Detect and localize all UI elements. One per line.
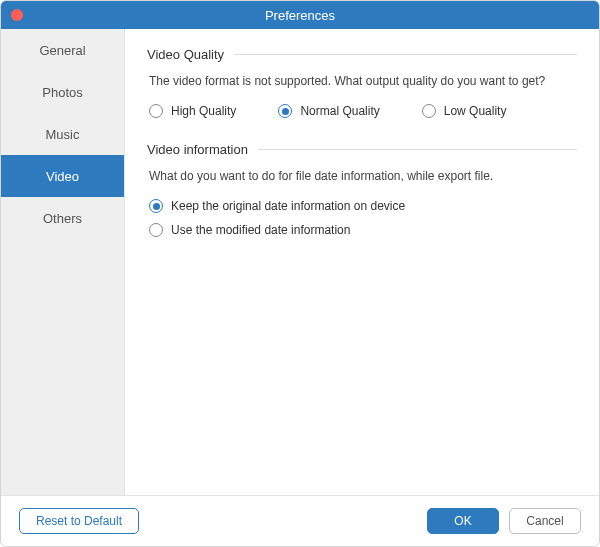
- sidebar-item-music[interactable]: Music: [1, 113, 124, 155]
- sidebar: General Photos Music Video Others: [1, 29, 125, 495]
- radio-icon: [422, 104, 436, 118]
- radio-icon: [149, 104, 163, 118]
- radio-label: Use the modified date information: [171, 223, 350, 237]
- sidebar-item-label: Others: [43, 211, 82, 226]
- section-description: What do you want to do for file date inf…: [149, 169, 577, 183]
- sidebar-item-label: Video: [46, 169, 79, 184]
- radio-low-quality[interactable]: Low Quality: [422, 104, 507, 118]
- radio-keep-original-date[interactable]: Keep the original date information on de…: [149, 199, 577, 213]
- section-video-quality: Video Quality The video format is not su…: [147, 47, 577, 118]
- close-window-button[interactable]: [11, 9, 23, 21]
- sidebar-item-photos[interactable]: Photos: [1, 71, 124, 113]
- footer: Reset to Default OK Cancel: [1, 495, 599, 546]
- radio-use-modified-date[interactable]: Use the modified date information: [149, 223, 577, 237]
- footer-right: OK Cancel: [427, 508, 581, 534]
- sidebar-item-general[interactable]: General: [1, 29, 124, 71]
- reset-to-default-button[interactable]: Reset to Default: [19, 508, 139, 534]
- radio-icon: [278, 104, 292, 118]
- titlebar: Preferences: [1, 1, 599, 29]
- section-divider: [234, 54, 577, 55]
- section-video-information: Video information What do you want to do…: [147, 142, 577, 237]
- radio-label: Low Quality: [444, 104, 507, 118]
- sidebar-item-label: General: [39, 43, 85, 58]
- cancel-button[interactable]: Cancel: [509, 508, 581, 534]
- radio-normal-quality[interactable]: Normal Quality: [278, 104, 379, 118]
- radio-high-quality[interactable]: High Quality: [149, 104, 236, 118]
- ok-button[interactable]: OK: [427, 508, 499, 534]
- radio-label: High Quality: [171, 104, 236, 118]
- radio-icon: [149, 223, 163, 237]
- section-description: The video format is not supported. What …: [149, 74, 577, 88]
- sidebar-item-others[interactable]: Others: [1, 197, 124, 239]
- preferences-window: Preferences General Photos Music Video O…: [0, 0, 600, 547]
- radio-label: Normal Quality: [300, 104, 379, 118]
- section-header: Video Quality: [147, 47, 577, 62]
- section-divider: [258, 149, 577, 150]
- content-pane: Video Quality The video format is not su…: [125, 29, 599, 495]
- radio-icon: [149, 199, 163, 213]
- video-quality-options: High Quality Normal Quality Low Quality: [149, 104, 577, 118]
- window-title: Preferences: [1, 8, 599, 23]
- sidebar-item-label: Photos: [42, 85, 82, 100]
- radio-label: Keep the original date information on de…: [171, 199, 405, 213]
- section-header: Video information: [147, 142, 577, 157]
- button-label: Cancel: [526, 514, 563, 528]
- section-title: Video Quality: [147, 47, 224, 62]
- radio-dot-icon: [153, 203, 160, 210]
- button-label: OK: [454, 514, 471, 528]
- button-label: Reset to Default: [36, 514, 122, 528]
- radio-dot-icon: [282, 108, 289, 115]
- window-body: General Photos Music Video Others Video …: [1, 29, 599, 495]
- section-title: Video information: [147, 142, 248, 157]
- sidebar-item-video[interactable]: Video: [1, 155, 124, 197]
- video-information-options: Keep the original date information on de…: [149, 199, 577, 237]
- sidebar-item-label: Music: [46, 127, 80, 142]
